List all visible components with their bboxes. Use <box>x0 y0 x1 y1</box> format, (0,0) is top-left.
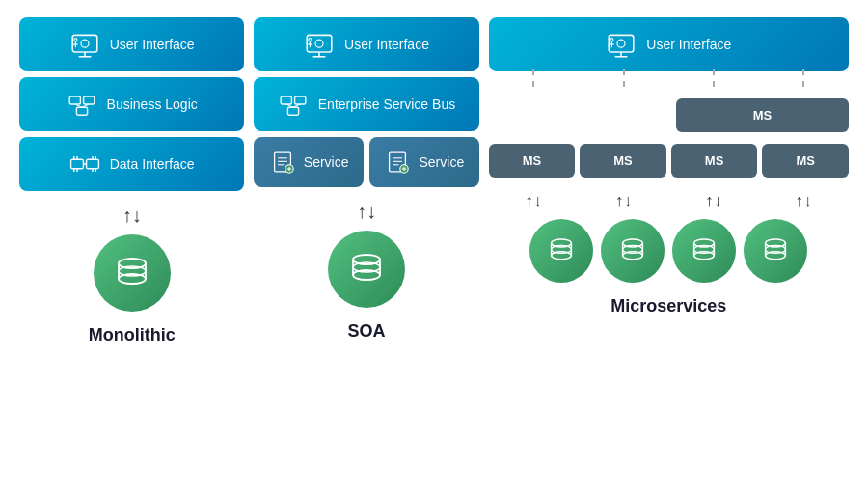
ms-db-icon-1 <box>546 235 577 266</box>
ms-db-3 <box>672 219 736 283</box>
svg-rect-9 <box>76 107 87 115</box>
ms-box-2: MS <box>580 144 666 178</box>
data-icon <box>69 149 100 179</box>
soa-service1-label: Service <box>304 154 349 170</box>
ms-db-1 <box>529 219 593 283</box>
soa-ui-label: User Interface <box>344 37 429 52</box>
soa-service2-label: Service <box>419 154 464 170</box>
diagram-container: User Interface Business Logic <box>19 17 849 345</box>
mono-db <box>94 234 171 312</box>
svg-point-63 <box>610 39 613 41</box>
svg-point-31 <box>315 40 323 47</box>
svg-rect-37 <box>287 107 298 115</box>
svg-rect-7 <box>69 96 80 104</box>
mono-title: Monolithic <box>89 325 176 345</box>
soa-ui-icon <box>304 29 335 60</box>
ms-arrows: ↑↓ ↑↓ ↑↓ ↑↓ <box>489 191 849 211</box>
soa-esb-box: Enterprise Service Bus <box>254 77 478 131</box>
soa-db-icon <box>347 250 386 288</box>
soa-service1: Service <box>254 137 364 187</box>
soa-service2: Service <box>369 137 479 187</box>
ms-top-row: MS <box>489 98 849 138</box>
svg-point-3 <box>81 40 89 47</box>
monolithic-column: User Interface Business Logic <box>19 17 244 345</box>
ms-ui-label: User Interface <box>646 37 731 52</box>
ms-top-box: MS <box>676 98 849 132</box>
service-icon-1 <box>269 149 296 176</box>
ms-db-icon-3 <box>689 235 719 266</box>
svg-point-4 <box>73 39 76 41</box>
svg-rect-0 <box>72 35 97 52</box>
ms-db-4 <box>744 219 807 283</box>
svg-rect-36 <box>294 96 305 104</box>
soa-title: SOA <box>347 321 385 342</box>
ms-db-row <box>529 219 807 283</box>
mono-logic-box: Business Logic <box>19 77 244 131</box>
soa-column: User Interface Enterprise Service Bus <box>254 17 478 342</box>
svg-rect-8 <box>83 96 94 104</box>
mono-arrow: ↑↓ <box>19 205 244 227</box>
ui-icon <box>69 29 100 60</box>
ms-box-4: MS <box>762 144 849 178</box>
svg-point-32 <box>309 39 312 41</box>
svg-point-62 <box>617 40 625 47</box>
dashed-line-4 <box>802 69 804 87</box>
ms-title: Microservices <box>610 296 726 316</box>
svg-rect-59 <box>610 35 635 52</box>
db-icon <box>113 254 151 292</box>
dashed-lines-top <box>489 77 849 96</box>
dashed-line-1 <box>532 69 534 87</box>
ms-bottom-row: MS MS MS MS <box>489 144 849 178</box>
ms-ui-box: User Interface <box>489 17 849 71</box>
soa-services-row: Service Service <box>254 137 478 187</box>
mono-ui-box: User Interface <box>19 17 244 71</box>
soa-ui-box: User Interface <box>254 17 478 71</box>
ms-top-label: MS <box>753 108 773 123</box>
ms-box-1: MS <box>489 144 576 178</box>
service-icon-2 <box>384 149 411 176</box>
soa-db <box>328 231 405 308</box>
esb-icon <box>278 89 309 120</box>
ms-db-2 <box>601 219 665 283</box>
svg-rect-12 <box>70 159 83 169</box>
ms-box-3: MS <box>671 144 758 178</box>
mono-data-box: Data Interface <box>19 137 244 191</box>
soa-esb-label: Enterprise Service Bus <box>318 96 455 112</box>
mono-data-label: Data Interface <box>110 156 195 172</box>
ms-db-icon-2 <box>617 235 648 266</box>
svg-rect-13 <box>86 159 98 169</box>
logic-icon <box>67 89 97 120</box>
ms-ui-icon <box>606 29 637 60</box>
ms-db-icon-4 <box>760 235 791 266</box>
dashed-line-3 <box>713 69 715 87</box>
svg-rect-35 <box>281 96 291 104</box>
dashed-line-2 <box>623 69 625 87</box>
microservices-column: User Interface MS MS MS MS <box>489 17 849 316</box>
mono-logic-label: Business Logic <box>107 96 198 112</box>
svg-rect-28 <box>307 35 332 52</box>
soa-arrow: ↑↓ <box>254 201 478 223</box>
mono-ui-label: User Interface <box>110 37 195 52</box>
